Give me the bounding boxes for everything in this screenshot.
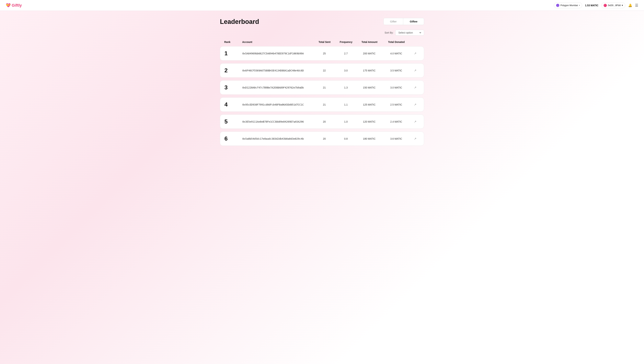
giftee-tab[interactable]: Giftee [403,18,424,25]
external-link-icon[interactable]: ↗ [411,52,420,55]
total-amount-value: 175 MATIC [357,69,382,72]
table-row[interactable]: 1 0x5A84969bb6627C5A094b478EE979C1dF1069… [220,46,424,60]
total-sent-value: 20 [313,137,335,140]
logo[interactable]: 💝 Giftly [6,3,22,8]
main-content: Leaderboard Gifter Giftee Sort By: Selec… [214,11,430,156]
leaderboard-list: 1 0x5A84969bb6627C5A094b478EE979C1dF1069… [220,46,424,146]
account-address: 0x95cED938F7991cd0dFcb48F0a06A5Dd051d7CC… [242,103,313,106]
sort-row: Sort By: Select option Total Sent Freque… [220,30,424,36]
col-header-total-amount: Total Amount [357,40,382,44]
polygon-icon [556,4,559,7]
external-link-icon[interactable]: ↗ [411,120,420,123]
navbar: 💝 Giftly Polygon Mumbai ▾ 1.53 MATIC 0xD… [0,0,644,11]
account-address: 0x6F46CF5569A67588B43E4134D88A1aDC40e4dc… [242,69,313,72]
total-sent-value: 21 [313,103,335,106]
balance-display: 1.53 MATIC [585,4,598,7]
total-amount-value: 125 MATIC [357,103,382,106]
external-link-icon[interactable]: ↗ [411,86,420,89]
frequency-value: 1.3 [335,86,357,89]
total-donated-value: 3.0 MATIC [382,86,411,89]
total-sent-value: 22 [313,69,335,72]
table-row[interactable]: 6 0x5a0b54d5dc17e0aadc383d2db43b0a0d3e02… [220,132,424,146]
table-row[interactable]: 2 0x6F46CF5569A67588B43E4134D88A1aDC40e4… [220,63,424,78]
frequency-value: 1.1 [335,103,357,106]
total-amount-value: 120 MATIC [357,120,382,123]
account-address: 0xD1220A0cf47c7B9Be7A2E6BA89F429762e7b9a… [242,86,313,89]
rank-number: 6 [224,135,242,142]
rank-number: 1 [224,50,242,57]
col-header-total-donated: Total Donated [382,40,411,44]
external-link-icon[interactable]: ↗ [411,69,420,72]
sort-select-input[interactable]: Select option Total Sent Frequency Total… [398,31,422,34]
frequency-value: 3.0 [335,69,357,72]
account-address: 0x3E5e9111Ae8eB78Fe1CC3bb89e84269D7aA5A2… [242,120,313,123]
total-amount-value: 200 MATIC [357,52,382,55]
logo-icon: 💝 [6,3,11,8]
page-title: Leaderboard [220,18,259,26]
external-link-icon[interactable]: ↗ [411,137,420,140]
total-donated-value: 2.4 MATIC [382,120,411,123]
total-sent-value: 20 [313,120,335,123]
rank-number: 5 [224,118,242,125]
total-donated-value: 3.5 MATIC [382,69,411,72]
external-link-icon[interactable]: ↗ [411,103,420,106]
chevron-down-icon: ▾ [622,4,623,7]
wallet-icon [603,4,607,7]
table-row[interactable]: 3 0xD1220A0cf47c7B9Be7A2E6BA89F429762e7b… [220,80,424,94]
rank-number: 2 [224,67,242,74]
total-sent-value: 21 [313,86,335,89]
wallet-selector[interactable]: 0xD0...8Fb8 ▾ [601,2,625,8]
rank-number: 4 [224,101,242,108]
account-address: 0x5A84969bb6627C5A094b478EE979C1dF1069b9… [242,52,313,55]
total-donated-value: 4.0 MATIC [382,52,411,55]
gifter-tab[interactable]: Gifter [384,18,403,25]
frequency-value: 2.7 [335,52,357,55]
gifter-giftee-toggle: Gifter Giftee [384,18,424,25]
header-row: Leaderboard Gifter Giftee [220,18,424,26]
col-header-total-sent: Total Sent [314,40,335,44]
wallet-address: 0xD0...8Fb8 [608,4,621,7]
sort-by-label: Sort By: [385,31,394,34]
total-amount-value: 180 MATIC [357,137,382,140]
col-header-account: Account [242,40,314,44]
table-row[interactable]: 4 0x95cED938F7991cd0dFcb48F0a06A5Dd051d7… [220,98,424,112]
menu-button[interactable]: ☰ [635,3,638,8]
network-selector[interactable]: Polygon Mumbai ▾ [554,2,582,8]
table-header: Rank Account Total Sent Frequency Total … [220,39,424,45]
chevron-down-icon: ▾ [579,4,580,6]
total-sent-value: 25 [313,52,335,55]
logo-text: Giftly [12,3,22,8]
sort-select-wrapper[interactable]: Select option Total Sent Frequency Total… [395,30,424,36]
total-donated-value: 3.6 MATIC [382,137,411,140]
navbar-right: Polygon Mumbai ▾ 1.53 MATIC 0xD0...8Fb8 … [554,2,638,8]
rank-number: 3 [224,84,242,91]
frequency-value: 1.0 [335,120,357,123]
notifications-button[interactable]: 🔔 [628,4,632,7]
col-header-frequency: Frequency [335,40,357,44]
col-header-rank: Rank [224,40,242,44]
account-address: 0x5a0b54d5dc17e0aadc383d2db43b0a0d3e029c… [242,137,313,140]
total-donated-value: 2.5 MATIC [382,103,411,106]
total-amount-value: 150 MATIC [357,86,382,89]
frequency-value: 0.8 [335,137,357,140]
table-row[interactable]: 5 0x3E5e9111Ae8eB78Fe1CC3bb89e84269D7aA5… [220,114,424,129]
network-label: Polygon Mumbai [560,4,578,7]
